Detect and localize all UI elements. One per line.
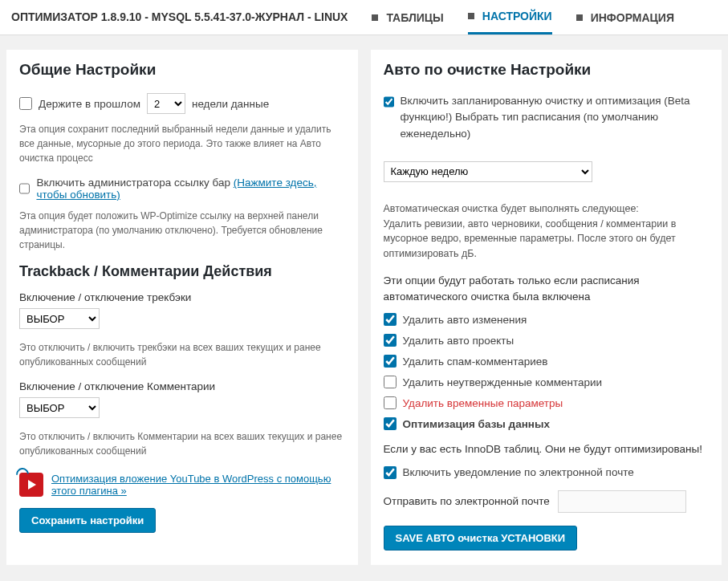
opt-unapproved-label: Удалить неутвержденные комментарии bbox=[403, 376, 603, 388]
opt-unapproved-row: Удалить неутвержденные комментарии bbox=[384, 376, 710, 388]
email-enable-label: Включить уведомление по электронной почт… bbox=[403, 466, 634, 478]
opt-drafts-label: Удалить авто проекты bbox=[403, 335, 514, 347]
general-settings-panel: Общие Настройки Держите в прошлом 2 неде… bbox=[6, 50, 358, 565]
app-title: ОПТИМИЗАТОР 1.8.9.10 - MYSQL 5.5.41-37.0… bbox=[11, 10, 348, 35]
opt-drafts-checkbox[interactable] bbox=[384, 334, 397, 347]
trackback-heading: Trackback / Комментарии Действия bbox=[19, 263, 345, 280]
admin-link-desc: Эта опция будет положить WP-Optimize ссы… bbox=[19, 209, 345, 252]
admin-link-row: Включить администратора ссылку бар (Нажм… bbox=[19, 177, 345, 201]
opt-transients-checkbox[interactable] bbox=[384, 396, 397, 409]
tab-info[interactable]: ИНФОРМАЦИЯ bbox=[576, 10, 674, 35]
swoosh-icon bbox=[14, 465, 32, 484]
tabs: ТАБЛИЦЫ НАСТРОЙКИ ИНФОРМАЦИЯ bbox=[372, 10, 674, 35]
email-enable-row: Включить уведомление по электронной почт… bbox=[384, 466, 710, 479]
opt-optimize-label: Оптимизация базы данных bbox=[403, 418, 551, 430]
auto-clean-panel: Авто по очистке Настройки Включить запла… bbox=[371, 50, 722, 565]
trackback-label: Включение / отключение трекбэки bbox=[19, 291, 345, 303]
general-settings-heading: Общие Настройки bbox=[19, 61, 345, 79]
tab-label: НАСТРОЙКИ bbox=[482, 10, 552, 22]
auto-note: Эти опции будут работать только если рас… bbox=[384, 273, 710, 306]
opt-drafts-row: Удалить авто проекты bbox=[384, 334, 710, 347]
tab-tables[interactable]: ТАБЛИЦЫ bbox=[372, 10, 443, 35]
save-settings-button[interactable]: Сохранить настройки bbox=[19, 508, 156, 533]
email-input[interactable] bbox=[558, 490, 686, 513]
tab-bullet-icon bbox=[372, 14, 378, 21]
keep-past-select[interactable]: 2 bbox=[147, 93, 185, 114]
comments-select[interactable]: ВЫБОР bbox=[19, 397, 100, 418]
trackback-desc: Это отключить / включить трекбэки на все… bbox=[19, 340, 345, 369]
enable-schedule-label: Включить запланированную очистку и оптим… bbox=[401, 93, 710, 142]
comments-desc: Это отключить / включить Комментарии на … bbox=[19, 429, 345, 458]
innodb-note: Если у вас есть InnoDB таблиц. Они не бу… bbox=[384, 441, 710, 457]
tab-bullet-icon bbox=[576, 14, 583, 21]
keep-past-suffix: недели данные bbox=[192, 98, 269, 110]
admin-link-label: Включить администратора ссылку бар (Нажм… bbox=[36, 177, 344, 201]
admin-link-checkbox[interactable] bbox=[19, 182, 30, 195]
comments-label: Включение / отключение Комментарии bbox=[19, 380, 345, 392]
content: Общие Настройки Держите в прошлом 2 неде… bbox=[0, 35, 728, 573]
keep-past-desc: Эта опция сохранит последний выбранный н… bbox=[19, 122, 345, 165]
email-label: Отправить по электронной почте bbox=[384, 495, 550, 507]
opt-transients-label: Удалить временные параметры bbox=[403, 397, 563, 409]
save-auto-button[interactable]: SAVE АВТО очистка УСТАНОВКИ bbox=[384, 526, 578, 551]
schedule-select[interactable]: Каждую неделю bbox=[384, 161, 592, 182]
opt-spam-checkbox[interactable] bbox=[384, 355, 397, 368]
enable-schedule-row: Включить запланированную очистку и оптим… bbox=[384, 93, 710, 142]
opt-unapproved-checkbox[interactable] bbox=[384, 376, 397, 388]
tab-bullet-icon bbox=[468, 13, 474, 19]
opt-optimize-row: Оптимизация базы данных bbox=[384, 417, 710, 430]
opt-revisions-checkbox[interactable] bbox=[384, 313, 397, 326]
opt-transients-row: Удалить временные параметры bbox=[384, 396, 710, 409]
keep-past-prefix: Держите в прошлом bbox=[39, 98, 140, 110]
tab-settings[interactable]: НАСТРОЙКИ bbox=[468, 10, 552, 35]
trackback-select[interactable]: ВЫБОР bbox=[19, 308, 100, 329]
enable-schedule-checkbox[interactable] bbox=[384, 95, 394, 108]
youtube-plugin-link[interactable]: Оптимизация вложение YouTube в WordPress… bbox=[51, 473, 345, 497]
youtube-promo-row: Оптимизация вложение YouTube в WordPress… bbox=[19, 473, 345, 497]
tab-label: ТАБЛИЦЫ bbox=[386, 11, 443, 24]
keep-past-checkbox[interactable] bbox=[19, 97, 32, 110]
auto-desc: Автоматическая очистка будет выполнять с… bbox=[384, 201, 710, 262]
auto-clean-heading: Авто по очистке Настройки bbox=[384, 61, 710, 79]
youtube-icon bbox=[19, 473, 43, 497]
opt-revisions-row: Удалить авто изменения bbox=[384, 313, 710, 326]
opt-spam-label: Удалить спам-комментариев bbox=[403, 356, 548, 368]
email-row: Отправить по электронной почте bbox=[384, 490, 710, 513]
keep-past-row: Держите в прошлом 2 недели данные bbox=[19, 93, 345, 114]
opt-spam-row: Удалить спам-комментариев bbox=[384, 355, 710, 368]
opt-optimize-checkbox[interactable] bbox=[384, 417, 397, 430]
header: ОПТИМИЗАТОР 1.8.9.10 - MYSQL 5.5.41-37.0… bbox=[0, 0, 728, 35]
tab-label: ИНФОРМАЦИЯ bbox=[591, 11, 674, 24]
email-enable-checkbox[interactable] bbox=[384, 466, 397, 479]
opt-revisions-label: Удалить авто изменения bbox=[403, 314, 527, 326]
